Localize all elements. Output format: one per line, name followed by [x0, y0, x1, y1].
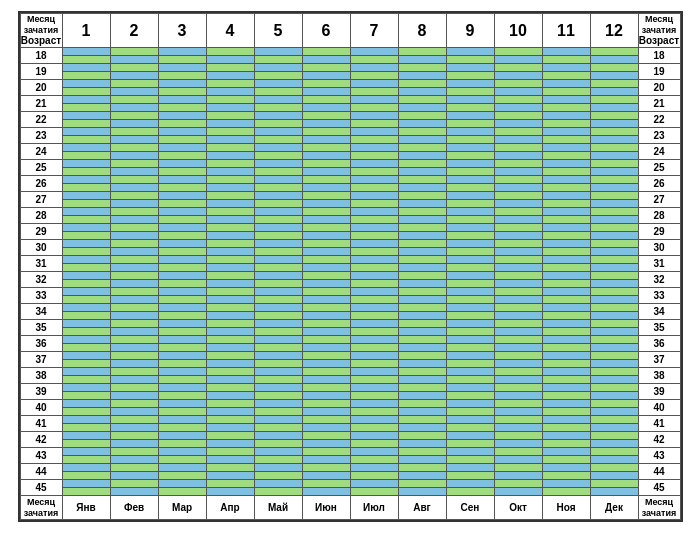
age-label-right: 44: [638, 464, 680, 480]
table-row: 2929: [20, 224, 680, 232]
data-cell: [254, 416, 302, 424]
data-cell: [62, 416, 110, 424]
data-cell: [542, 336, 590, 344]
data-cell: [254, 48, 302, 56]
data-cell: [494, 200, 542, 208]
age-label: 21: [20, 96, 62, 112]
data-cell: [398, 144, 446, 152]
table-row: [20, 136, 680, 144]
data-cell: [398, 264, 446, 272]
data-cell: [398, 488, 446, 496]
data-cell: [62, 472, 110, 480]
data-cell: [254, 144, 302, 152]
data-cell: [110, 352, 158, 360]
data-cell: [158, 456, 206, 464]
data-cell: [158, 256, 206, 264]
age-label: 41: [20, 416, 62, 432]
data-cell: [350, 120, 398, 128]
data-cell: [494, 464, 542, 472]
header-left-label: МесяцзачатияВозраст: [20, 13, 62, 48]
data-cell: [590, 48, 638, 56]
age-label-right: 25: [638, 160, 680, 176]
data-cell: [254, 192, 302, 200]
data-cell: [158, 416, 206, 424]
data-cell: [302, 64, 350, 72]
data-cell: [206, 192, 254, 200]
data-cell: [542, 72, 590, 80]
data-cell: [254, 160, 302, 168]
data-cell: [110, 144, 158, 152]
data-cell: [110, 136, 158, 144]
data-cell: [110, 152, 158, 160]
data-cell: [446, 304, 494, 312]
data-cell: [110, 328, 158, 336]
data-cell: [254, 232, 302, 240]
data-cell: [542, 352, 590, 360]
data-cell: [206, 288, 254, 296]
data-cell: [110, 232, 158, 240]
data-cell: [542, 488, 590, 496]
data-cell: [446, 112, 494, 120]
data-cell: [494, 480, 542, 488]
data-cell: [158, 200, 206, 208]
data-cell: [302, 408, 350, 416]
data-cell: [542, 80, 590, 88]
age-label-right: 31: [638, 256, 680, 272]
data-cell: [494, 144, 542, 152]
data-cell: [446, 168, 494, 176]
data-cell: [62, 144, 110, 152]
data-cell: [494, 240, 542, 248]
data-cell: [254, 72, 302, 80]
data-cell: [62, 88, 110, 96]
data-cell: [542, 96, 590, 104]
data-cell: [398, 376, 446, 384]
header-month-5: 5: [254, 13, 302, 48]
data-cell: [206, 304, 254, 312]
data-cell: [110, 184, 158, 192]
data-cell: [302, 176, 350, 184]
table-row: 3636: [20, 336, 680, 344]
data-cell: [590, 456, 638, 464]
data-cell: [350, 144, 398, 152]
data-cell: [62, 344, 110, 352]
data-cell: [110, 392, 158, 400]
data-cell: [350, 240, 398, 248]
age-label-right: 21: [638, 96, 680, 112]
data-cell: [446, 176, 494, 184]
data-cell: [302, 288, 350, 296]
table-row: [20, 344, 680, 352]
table-row: 2626: [20, 176, 680, 184]
data-cell: [494, 312, 542, 320]
data-cell: [590, 88, 638, 96]
data-cell: [398, 168, 446, 176]
data-cell: [302, 280, 350, 288]
data-cell: [302, 456, 350, 464]
data-cell: [62, 336, 110, 344]
data-cell: [590, 264, 638, 272]
data-cell: [254, 280, 302, 288]
data-cell: [158, 208, 206, 216]
data-cell: [206, 184, 254, 192]
table-row: [20, 184, 680, 192]
data-cell: [110, 48, 158, 56]
data-cell: [590, 152, 638, 160]
data-cell: [446, 400, 494, 408]
data-cell: [158, 440, 206, 448]
data-cell: [350, 488, 398, 496]
data-cell: [446, 272, 494, 280]
data-cell: [206, 448, 254, 456]
data-cell: [302, 400, 350, 408]
footer-month-sep: Сен: [446, 496, 494, 520]
data-cell: [110, 344, 158, 352]
footer-month-jun: Июн: [302, 496, 350, 520]
data-cell: [110, 128, 158, 136]
age-label: 44: [20, 464, 62, 480]
data-cell: [542, 56, 590, 64]
data-cell: [302, 376, 350, 384]
data-cell: [302, 88, 350, 96]
data-cell: [590, 280, 638, 288]
data-cell: [110, 192, 158, 200]
data-cell: [110, 112, 158, 120]
data-cell: [206, 440, 254, 448]
data-cell: [398, 400, 446, 408]
